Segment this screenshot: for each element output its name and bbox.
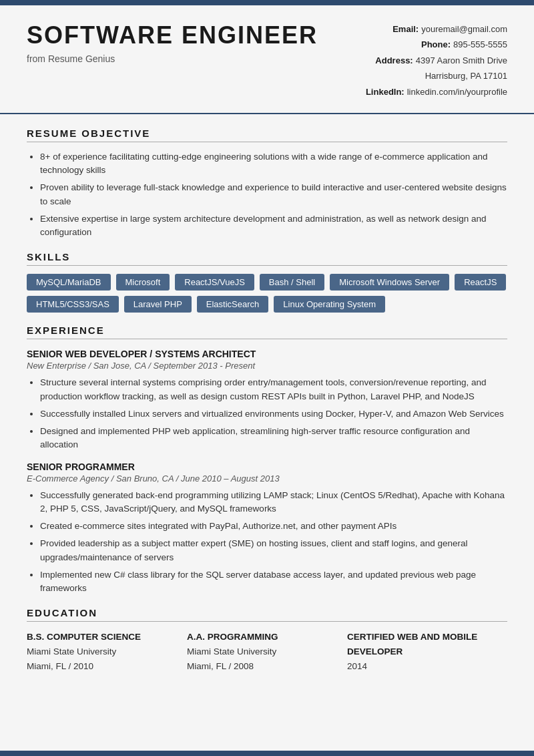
list-item: Successfully installed Linux servers and… xyxy=(40,407,507,421)
skill-badge: Microsoft Windows Server xyxy=(330,274,449,291)
list-item: Proven ability to leverage full-stack kn… xyxy=(40,181,507,208)
job-entry-1: SENIOR WEB DEVELOPER / SYSTEMS ARCHITECT… xyxy=(27,349,507,451)
email-value: youremail@gmail.com xyxy=(421,21,507,37)
education-section: EDUCATION B.S. COMPUTER SCIENCE Miami St… xyxy=(27,607,507,673)
edu-col-3: CERTIFIED WEB AND MOBILE DEVELOPER 2014 xyxy=(347,630,507,673)
skills-title: SKILLS xyxy=(27,251,507,266)
list-item: 8+ of experience facilitating cutting-ed… xyxy=(40,150,507,178)
main-content: RESUME OBJECTIVE 8+ of experience facili… xyxy=(0,114,534,705)
skills-container: MySQL/MariaDB Microsoft ReactJS/VueJS Ba… xyxy=(27,274,507,313)
edu-year-1: Miami, FL / 2010 xyxy=(27,659,187,674)
skill-badge: HTML5/CSS3/SAS xyxy=(27,296,119,313)
job-subtitle-1: New Enterprise / San Jose, CA / Septembe… xyxy=(27,361,507,371)
edu-year-3: 2014 xyxy=(347,659,507,674)
address-value: 4397 Aaron Smith Drive Harrisburg, PA 17… xyxy=(416,53,507,84)
list-item: Provided leadership as a subject matter … xyxy=(40,537,507,564)
address-row: Address: 4397 Aaron Smith Drive Harrisbu… xyxy=(334,53,507,84)
contact-info: Email: youremail@gmail.com Phone: 895-55… xyxy=(334,21,507,100)
list-item: Implemented new C# class library for the… xyxy=(40,568,507,596)
edu-col-2: A.A. PROGRAMMING Miami State University … xyxy=(187,630,347,673)
list-item: Structure several internal systems compr… xyxy=(40,376,507,403)
job-title-2: SENIOR PROGRAMMER xyxy=(27,461,507,472)
experience-section: EXPERIENCE SENIOR WEB DEVELOPER / SYSTEM… xyxy=(27,325,507,595)
job-title: SOFTWARE ENGINEER xyxy=(27,21,334,49)
skill-badge: Laravel PHP xyxy=(124,296,192,313)
skill-badge: MySQL/MariaDB xyxy=(27,274,111,291)
job-bullets-2: Successfully generated back-end programm… xyxy=(40,489,507,596)
phone-label: Phone: xyxy=(421,37,451,52)
skill-badge: Microsoft xyxy=(116,274,170,291)
skill-badge: ReactJS xyxy=(455,274,506,291)
header-left: SOFTWARE ENGINEER from Resume Genius xyxy=(27,21,334,64)
phone-value: 895-555-5555 xyxy=(453,37,507,52)
top-accent-bar xyxy=(0,0,534,5)
skill-badge: Bash / Shell xyxy=(260,274,324,291)
edu-school-1: Miami State University xyxy=(27,644,187,659)
bottom-accent-bar xyxy=(0,751,534,756)
skills-section: SKILLS MySQL/MariaDB Microsoft ReactJS/V… xyxy=(27,251,507,313)
edu-col-1: B.S. COMPUTER SCIENCE Miami State Univer… xyxy=(27,630,187,673)
email-row: Email: youremail@gmail.com xyxy=(334,21,507,37)
from-label: from Resume Genius xyxy=(27,53,334,64)
skill-badge: ElasticSearch xyxy=(197,296,268,313)
email-label: Email: xyxy=(392,21,419,37)
job-entry-2: SENIOR PROGRAMMER E-Commerce Agency / Sa… xyxy=(27,461,507,596)
edu-year-2: Miami, FL / 2008 xyxy=(187,659,347,674)
job-bullets-1: Structure several internal systems compr… xyxy=(40,376,507,451)
linkedin-row: LinkedIn: linkedin.com/in/yourprofile xyxy=(334,84,507,100)
list-item: Extensive expertise in large system arch… xyxy=(40,212,507,240)
edu-degree-2: A.A. PROGRAMMING xyxy=(187,630,347,644)
objective-section: RESUME OBJECTIVE 8+ of experience facili… xyxy=(27,128,507,240)
objective-list: 8+ of experience facilitating cutting-ed… xyxy=(40,150,507,240)
address-label: Address: xyxy=(375,53,413,84)
edu-degree-3: CERTIFIED WEB AND MOBILE DEVELOPER xyxy=(347,630,507,658)
job-title-1: SENIOR WEB DEVELOPER / SYSTEMS ARCHITECT xyxy=(27,349,507,359)
skill-badge: Linux Operating System xyxy=(274,296,385,313)
experience-title: EXPERIENCE xyxy=(27,325,507,339)
job-subtitle-2: E-Commerce Agency / San Bruno, CA / June… xyxy=(27,474,507,484)
objective-title: RESUME OBJECTIVE xyxy=(27,128,507,142)
linkedin-value: linkedin.com/in/yourprofile xyxy=(407,84,507,100)
skill-badge: ReactJS/VueJS xyxy=(175,274,254,291)
resume-header: SOFTWARE ENGINEER from Resume Genius Ema… xyxy=(0,5,534,114)
edu-school-2: Miami State University xyxy=(187,644,347,659)
list-item: Designed and implemented PHP web applica… xyxy=(40,425,507,452)
phone-row: Phone: 895-555-5555 xyxy=(334,37,507,52)
education-grid: B.S. COMPUTER SCIENCE Miami State Univer… xyxy=(27,630,507,673)
list-item: Created e-commerce sites integrated with… xyxy=(40,520,507,533)
list-item: Successfully generated back-end programm… xyxy=(40,489,507,516)
resume-page: SOFTWARE ENGINEER from Resume Genius Ema… xyxy=(0,0,534,756)
edu-degree-1: B.S. COMPUTER SCIENCE xyxy=(27,630,187,644)
education-title: EDUCATION xyxy=(27,607,507,622)
linkedin-label: LinkedIn: xyxy=(366,84,405,100)
